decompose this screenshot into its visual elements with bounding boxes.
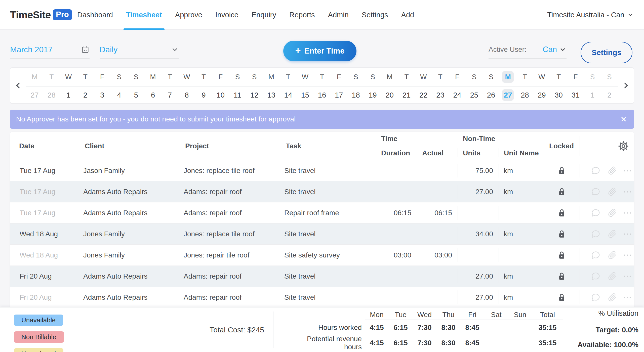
legend-chip-label: Non Billable <box>21 333 56 341</box>
attachment-icon[interactable] <box>607 272 617 281</box>
timesheet-row[interactable]: Wed 18 Aug Jones Family Jones: repair ti… <box>10 245 634 266</box>
calendar-day[interactable]: W 29 <box>533 68 550 104</box>
calendar-day-number: 7 <box>164 89 176 101</box>
gear-icon[interactable] <box>618 141 629 152</box>
calendar-day[interactable]: M 6 <box>144 68 161 104</box>
calendar-day[interactable]: T 23 <box>432 68 449 104</box>
nav-item-approve[interactable]: Approve <box>175 0 202 30</box>
calendar-day-number: 14 <box>283 89 294 101</box>
calendar-day-number: 5 <box>130 89 142 101</box>
nav-item-dashboard[interactable]: Dashboard <box>77 0 113 30</box>
row-menu-icon[interactable] <box>623 169 631 172</box>
calendar-day[interactable]: F 31 <box>567 68 584 104</box>
calendar-day[interactable]: T 14 <box>280 68 297 104</box>
calendar-day[interactable]: S 1 <box>584 68 601 104</box>
nav-item-reports[interactable]: Reports <box>289 0 315 30</box>
nav-item-settings[interactable]: Settings <box>362 0 388 30</box>
calendar-day[interactable]: S 26 <box>482 68 499 104</box>
timesheet-row[interactable]: Fri 20 Aug Adams Auto Repairs Adams: rep… <box>10 287 634 308</box>
calendar-day[interactable]: T 2 <box>77 68 94 104</box>
attachment-icon[interactable] <box>607 229 617 239</box>
nav-item-timesheet[interactable]: Timesheet <box>126 0 162 30</box>
nav-item-admin[interactable]: Admin <box>328 0 349 30</box>
nav-item-label: Add <box>401 11 414 19</box>
comment-icon[interactable] <box>591 208 601 218</box>
nav-item-enquiry[interactable]: Enquiry <box>252 0 276 30</box>
cell-unit-name: km <box>499 160 544 181</box>
calendar-day[interactable]: T 7 <box>162 68 178 104</box>
timesheet-row[interactable]: Tue 17 Aug Adams Auto Repairs Adams: rep… <box>10 202 634 224</box>
calendar-day[interactable]: S 19 <box>364 68 381 104</box>
hours-row-label: Potential revenue hours <box>290 335 365 351</box>
timesheet-row[interactable]: Wed 18 Aug Jones Family Jones: replace t… <box>10 224 634 245</box>
calendar-day[interactable]: M 20 <box>381 68 398 104</box>
calendar-day[interactable]: W 8 <box>178 68 195 104</box>
settings-button[interactable]: Settings <box>581 42 632 63</box>
account-menu[interactable]: Timesite Australia - Can <box>547 0 634 30</box>
row-menu-icon[interactable] <box>623 212 631 214</box>
calendar-day-number: 1 <box>587 89 598 101</box>
hours-day-header: Sun <box>508 311 532 319</box>
nav-item-invoice[interactable]: Invoice <box>215 0 238 30</box>
attachment-icon[interactable] <box>607 250 617 260</box>
banner-close-icon[interactable] <box>620 110 627 129</box>
calendar-day[interactable]: W 15 <box>297 68 313 104</box>
calendar-day[interactable]: T 30 <box>550 68 567 104</box>
nav-item-add[interactable]: Add <box>401 0 414 30</box>
hours-day-header: Tue <box>389 311 413 319</box>
calendar-day[interactable]: T 28 <box>516 68 533 104</box>
calendar-prev-icon[interactable] <box>10 68 26 103</box>
row-menu-icon[interactable] <box>623 233 631 235</box>
attachment-icon[interactable] <box>607 208 617 218</box>
timesheet-row[interactable]: Tue 17 Aug Jason Family Jones: replace t… <box>10 160 634 181</box>
row-menu-icon[interactable] <box>623 191 631 193</box>
hours-summary: MonTueWedThuFriSatSunTotalHours worked4:… <box>290 310 563 350</box>
view-select[interactable]: Daily <box>100 40 179 59</box>
row-menu-icon[interactable] <box>623 275 631 278</box>
calendar-day[interactable]: F 17 <box>331 68 347 104</box>
calendar-day[interactable]: F 24 <box>449 68 466 104</box>
calendar-day[interactable]: W 1 <box>60 68 77 104</box>
calendar-day[interactable]: T 28 <box>43 68 60 104</box>
period-picker[interactable]: March 2017 <box>10 40 90 59</box>
comment-icon[interactable] <box>591 166 601 176</box>
calendar-day[interactable]: T 21 <box>398 68 415 104</box>
attachment-icon[interactable] <box>607 293 617 302</box>
calendar-day[interactable]: T 16 <box>313 68 330 104</box>
hours-row: Hours worked4:156:157:308:308:4535:15 <box>290 320 563 335</box>
calendar-day[interactable]: S 25 <box>466 68 482 104</box>
calendar-day[interactable]: M 13 <box>263 68 280 104</box>
attachment-icon[interactable] <box>607 166 617 175</box>
timesheet-row[interactable]: Tue 17 Aug Adams Auto Repairs Adams: rep… <box>10 181 634 202</box>
calendar-day[interactable]: S 4 <box>111 68 128 104</box>
attachment-icon[interactable] <box>607 187 617 197</box>
calendar-next-icon[interactable] <box>618 68 634 103</box>
timesheet-row[interactable]: Fri 20 Aug Adams Auto Repairs Adams: rep… <box>10 266 634 287</box>
calendar-day[interactable]: M 27 <box>26 68 43 104</box>
enter-time-button[interactable]: + Enter Time <box>283 41 356 61</box>
calendar-day[interactable]: F 3 <box>94 68 111 104</box>
comment-icon[interactable] <box>591 292 601 302</box>
row-menu-icon[interactable] <box>623 254 631 256</box>
calendar-day[interactable]: S 2 <box>601 68 618 104</box>
calendar-day-letter: F <box>215 71 226 83</box>
hours-value: 4:15 <box>365 324 389 332</box>
row-menu-icon[interactable] <box>623 296 631 299</box>
calendar-day[interactable]: S 12 <box>246 68 263 104</box>
calendar-day-number: 20 <box>384 89 395 101</box>
calendar-day[interactable]: F 10 <box>212 68 229 104</box>
comment-icon[interactable] <box>591 187 601 197</box>
comment-icon[interactable] <box>591 229 601 239</box>
comment-icon[interactable] <box>591 271 601 281</box>
calendar-day[interactable]: S 11 <box>229 68 246 104</box>
calendar-day[interactable]: T 9 <box>195 68 212 104</box>
comment-icon[interactable] <box>591 250 601 260</box>
calendar-day[interactable]: W 22 <box>415 68 432 104</box>
hours-row: Potential revenue hours4:156:157:308:308… <box>290 335 563 350</box>
active-user-select[interactable]: Active User: Can <box>489 40 567 59</box>
calendar-day[interactable]: S 5 <box>128 68 144 104</box>
calendar-day-letter: S <box>485 71 497 83</box>
calendar-day[interactable]: M 27 <box>500 68 516 104</box>
cell-unit-name: km <box>499 287 544 308</box>
calendar-day[interactable]: S 18 <box>347 68 364 104</box>
